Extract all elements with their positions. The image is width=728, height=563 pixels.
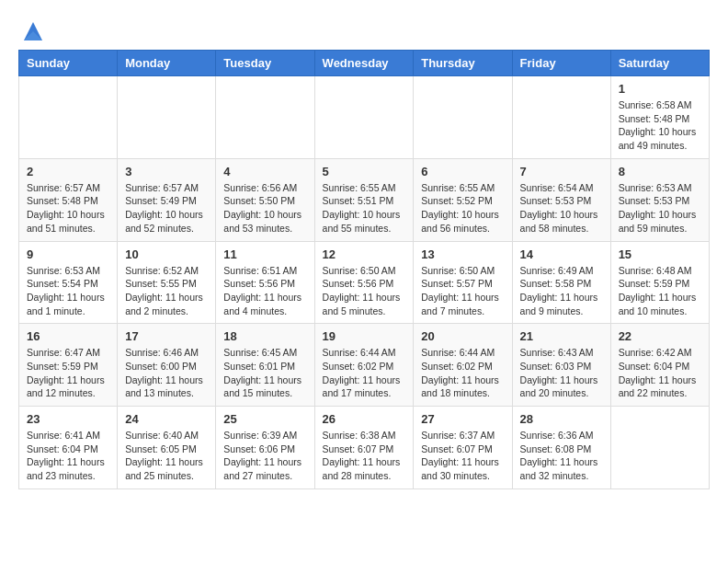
day-number: 2 [27,165,109,178]
day-info: Sunrise: 6:57 AM Sunset: 5:49 PM Dayligh… [125,181,208,236]
calendar-day: 20Sunrise: 6:44 AM Sunset: 6:02 PM Dayli… [414,324,512,407]
day-number: 17 [125,329,208,343]
day-number: 11 [223,247,306,261]
weekday-header-wednesday: Wednesday [314,51,414,76]
weekday-header-tuesday: Tuesday [216,51,314,76]
day-info: Sunrise: 6:50 AM Sunset: 5:57 PM Dayligh… [421,264,504,318]
logo [18,18,46,44]
day-info: Sunrise: 6:56 AM Sunset: 5:50 PM Dayligh… [223,181,306,236]
day-info: Sunrise: 6:57 AM Sunset: 5:48 PM Dayligh… [27,181,109,236]
calendar-day: 5Sunrise: 6:55 AM Sunset: 5:51 PM Daylig… [314,158,414,241]
day-info: Sunrise: 6:44 AM Sunset: 6:02 PM Dayligh… [323,346,406,400]
calendar-day: 28Sunrise: 6:36 AM Sunset: 6:08 PM Dayli… [512,407,610,489]
calendar-week-1: 1Sunrise: 6:58 AM Sunset: 5:48 PM Daylig… [19,76,710,159]
day-number: 18 [223,329,306,343]
calendar-day: 16Sunrise: 6:47 AM Sunset: 5:59 PM Dayli… [19,324,118,407]
day-info: Sunrise: 6:38 AM Sunset: 6:07 PM Dayligh… [323,429,406,483]
day-info: Sunrise: 6:53 AM Sunset: 5:54 PM Dayligh… [27,264,109,318]
weekday-header-thursday: Thursday [414,51,512,76]
day-number: 28 [520,412,603,426]
day-info: Sunrise: 6:53 AM Sunset: 5:53 PM Dayligh… [619,181,701,236]
day-number: 25 [223,412,306,426]
weekday-header-saturday: Saturday [610,51,709,76]
calendar-week-4: 16Sunrise: 6:47 AM Sunset: 5:59 PM Dayli… [19,324,710,407]
calendar-day: 8Sunrise: 6:53 AM Sunset: 5:53 PM Daylig… [610,158,709,241]
calendar-day: 10Sunrise: 6:52 AM Sunset: 5:55 PM Dayli… [118,241,216,324]
day-number: 4 [223,165,306,178]
calendar-day [512,76,610,159]
calendar-day: 24Sunrise: 6:40 AM Sunset: 6:05 PM Dayli… [118,407,216,489]
weekday-header-sunday: Sunday [19,51,118,76]
calendar-day: 18Sunrise: 6:45 AM Sunset: 6:01 PM Dayli… [216,324,314,407]
day-info: Sunrise: 6:49 AM Sunset: 5:58 PM Dayligh… [520,264,603,318]
day-info: Sunrise: 6:43 AM Sunset: 6:03 PM Dayligh… [520,346,603,400]
calendar-day: 2Sunrise: 6:57 AM Sunset: 5:48 PM Daylig… [19,158,118,241]
day-info: Sunrise: 6:37 AM Sunset: 6:07 PM Dayligh… [421,429,504,483]
day-info: Sunrise: 6:46 AM Sunset: 6:00 PM Dayligh… [125,346,208,400]
calendar-day: 25Sunrise: 6:39 AM Sunset: 6:06 PM Dayli… [216,407,314,489]
calendar-day: 19Sunrise: 6:44 AM Sunset: 6:02 PM Dayli… [314,324,414,407]
day-info: Sunrise: 6:47 AM Sunset: 5:59 PM Dayligh… [27,346,109,400]
day-number: 12 [323,247,406,261]
day-info: Sunrise: 6:41 AM Sunset: 6:04 PM Dayligh… [27,429,109,483]
day-number: 21 [520,329,603,343]
day-info: Sunrise: 6:50 AM Sunset: 5:56 PM Dayligh… [323,264,406,318]
day-info: Sunrise: 6:36 AM Sunset: 6:08 PM Dayligh… [520,429,603,483]
calendar-day: 11Sunrise: 6:51 AM Sunset: 5:56 PM Dayli… [216,241,314,324]
calendar-day: 23Sunrise: 6:41 AM Sunset: 6:04 PM Dayli… [19,407,118,489]
day-number: 8 [619,165,701,178]
calendar-day: 27Sunrise: 6:37 AM Sunset: 6:07 PM Dayli… [414,407,512,489]
calendar-week-5: 23Sunrise: 6:41 AM Sunset: 6:04 PM Dayli… [19,407,710,489]
day-info: Sunrise: 6:45 AM Sunset: 6:01 PM Dayligh… [223,346,306,400]
calendar-day: 6Sunrise: 6:55 AM Sunset: 5:52 PM Daylig… [414,158,512,241]
day-number: 15 [619,247,701,261]
day-number: 10 [125,247,208,261]
day-number: 16 [27,329,109,343]
calendar-day [414,76,512,159]
calendar-day [118,76,216,159]
day-info: Sunrise: 6:48 AM Sunset: 5:59 PM Dayligh… [619,264,701,318]
day-number: 24 [125,412,208,426]
weekday-header-friday: Friday [512,51,610,76]
calendar-day: 21Sunrise: 6:43 AM Sunset: 6:03 PM Dayli… [512,324,610,407]
calendar-day: 22Sunrise: 6:42 AM Sunset: 6:04 PM Dayli… [610,324,709,407]
calendar-day: 12Sunrise: 6:50 AM Sunset: 5:56 PM Dayli… [314,241,414,324]
day-number: 23 [27,412,109,426]
calendar-day: 9Sunrise: 6:53 AM Sunset: 5:54 PM Daylig… [19,241,118,324]
page-header [18,18,710,44]
day-number: 13 [421,247,504,261]
day-info: Sunrise: 6:39 AM Sunset: 6:06 PM Dayligh… [223,429,306,483]
logo-icon [20,18,46,44]
calendar-day: 14Sunrise: 6:49 AM Sunset: 5:58 PM Dayli… [512,241,610,324]
calendar-day [19,76,118,159]
day-number: 9 [27,247,109,261]
weekday-header-row: SundayMondayTuesdayWednesdayThursdayFrid… [19,51,710,76]
calendar-day: 17Sunrise: 6:46 AM Sunset: 6:00 PM Dayli… [118,324,216,407]
day-info: Sunrise: 6:55 AM Sunset: 5:52 PM Dayligh… [421,181,504,236]
calendar-day: 1Sunrise: 6:58 AM Sunset: 5:48 PM Daylig… [610,76,709,159]
day-number: 22 [619,329,701,343]
day-info: Sunrise: 6:55 AM Sunset: 5:51 PM Dayligh… [323,181,406,236]
calendar: SundayMondayTuesdayWednesdayThursdayFrid… [18,50,710,489]
calendar-day: 4Sunrise: 6:56 AM Sunset: 5:50 PM Daylig… [216,158,314,241]
day-info: Sunrise: 6:52 AM Sunset: 5:55 PM Dayligh… [125,264,208,318]
day-number: 19 [323,329,406,343]
calendar-day [314,76,414,159]
day-number: 20 [421,329,504,343]
calendar-day [610,407,709,489]
calendar-week-2: 2Sunrise: 6:57 AM Sunset: 5:48 PM Daylig… [19,158,710,241]
day-number: 5 [323,165,406,178]
calendar-day: 26Sunrise: 6:38 AM Sunset: 6:07 PM Dayli… [314,407,414,489]
day-number: 14 [520,247,603,261]
day-number: 7 [520,165,603,178]
calendar-day: 15Sunrise: 6:48 AM Sunset: 5:59 PM Dayli… [610,241,709,324]
day-info: Sunrise: 6:44 AM Sunset: 6:02 PM Dayligh… [421,346,504,400]
calendar-day: 7Sunrise: 6:54 AM Sunset: 5:53 PM Daylig… [512,158,610,241]
day-number: 27 [421,412,504,426]
calendar-day: 3Sunrise: 6:57 AM Sunset: 5:49 PM Daylig… [118,158,216,241]
calendar-day [216,76,314,159]
day-info: Sunrise: 6:54 AM Sunset: 5:53 PM Dayligh… [520,181,603,236]
weekday-header-monday: Monday [118,51,216,76]
day-info: Sunrise: 6:51 AM Sunset: 5:56 PM Dayligh… [223,264,306,318]
day-number: 26 [323,412,406,426]
